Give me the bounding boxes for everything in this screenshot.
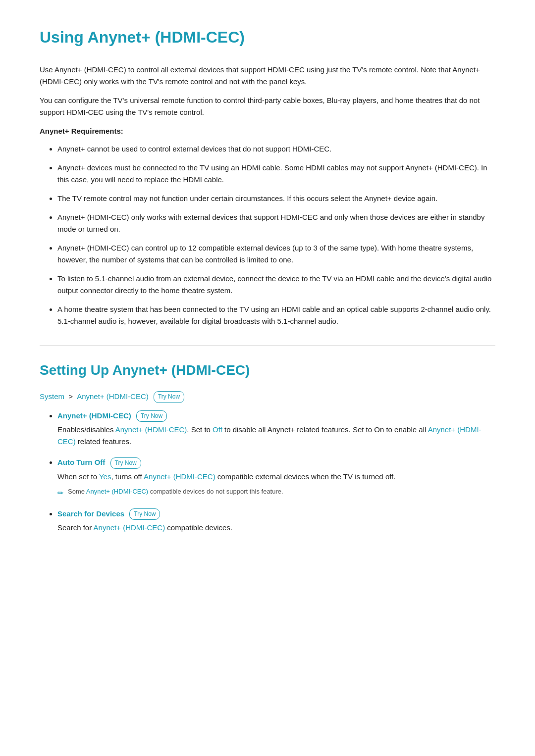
list-item: The TV remote control may not function u… xyxy=(57,193,495,204)
anynet-ref-search: Anynet+ (HDMI-CEC) xyxy=(94,523,165,532)
requirements-heading: Anynet+ Requirements: xyxy=(40,125,495,137)
breadcrumb-part2: Anynet+ (HDMI-CEC) xyxy=(77,392,149,401)
intro-paragraph-1: Use Anynet+ (HDMI-CEC) to control all ex… xyxy=(40,64,495,88)
setting-desc-anynet: Enables/disables Anynet+ (HDMI-CEC). Set… xyxy=(57,424,495,448)
section2-title: Setting Up Anynet+ (HDMI-CEC) xyxy=(40,359,495,382)
setting-badge-search-devices[interactable]: Try Now xyxy=(129,508,160,520)
list-item: Anynet+ devices must be connected to the… xyxy=(57,162,495,186)
breadcrumb-part1: System xyxy=(40,392,64,401)
yes-ref: Yes xyxy=(99,472,111,481)
off-ref: Off xyxy=(213,425,222,434)
setting-badge-auto-turn-off[interactable]: Try Now xyxy=(110,457,141,469)
list-item: Anynet+ (HDMI-CEC) only works with exter… xyxy=(57,211,495,235)
list-item: Anynet+ cannot be used to control extern… xyxy=(57,143,495,155)
section-divider xyxy=(40,345,495,346)
breadcrumb-separator: > xyxy=(68,392,75,401)
note-text-auto-turn-off: Some Anynet+ (HDMI-CEC) compatible devic… xyxy=(68,487,283,497)
breadcrumb-try-now-badge[interactable]: Try Now xyxy=(154,391,184,403)
settings-list: Anynet+ (HDMI-CEC) Try Now Enables/disab… xyxy=(40,410,495,534)
requirements-list: Anynet+ cannot be used to control extern… xyxy=(40,143,495,327)
setting-desc-auto-turn-off: When set to Yes, turns off Anynet+ (HDMI… xyxy=(57,471,495,483)
breadcrumb: System > Anynet+ (HDMI-CEC) Try Now xyxy=(40,391,495,403)
setting-item-auto-turn-off: Auto Turn Off Try Now When set to Yes, t… xyxy=(57,456,495,499)
anynet-ref-note: Anynet+ (HDMI-CEC) xyxy=(86,488,148,495)
list-item: Anynet+ (HDMI-CEC) can control up to 12 … xyxy=(57,242,495,266)
page-title: Using Anynet+ (HDMI-CEC) xyxy=(40,25,495,50)
setting-badge-anynet[interactable]: Try Now xyxy=(136,410,167,422)
anynet-ref-1: Anynet+ (HDMI-CEC) xyxy=(115,425,187,434)
setting-label-auto-turn-off: Auto Turn Off xyxy=(57,458,105,466)
note-icon: ✏ xyxy=(57,487,64,499)
list-item: To listen to 5.1-channel audio from an e… xyxy=(57,273,495,297)
setting-label-anynet: Anynet+ (HDMI-CEC) xyxy=(57,411,131,420)
setting-item-anynet: Anynet+ (HDMI-CEC) Try Now Enables/disab… xyxy=(57,410,495,448)
anynet-ref-auto: Anynet+ (HDMI-CEC) xyxy=(144,472,215,481)
note-row-auto-turn-off: ✏ Some Anynet+ (HDMI-CEC) compatible dev… xyxy=(57,487,495,499)
list-item: A home theatre system that has been conn… xyxy=(57,303,495,327)
setting-label-search-devices: Search for Devices xyxy=(57,509,124,518)
setting-item-search-devices: Search for Devices Try Now Search for An… xyxy=(57,508,495,534)
intro-paragraph-2: You can configure the TV's universal rem… xyxy=(40,95,495,118)
setting-desc-search-devices: Search for Anynet+ (HDMI-CEC) compatible… xyxy=(57,522,495,534)
